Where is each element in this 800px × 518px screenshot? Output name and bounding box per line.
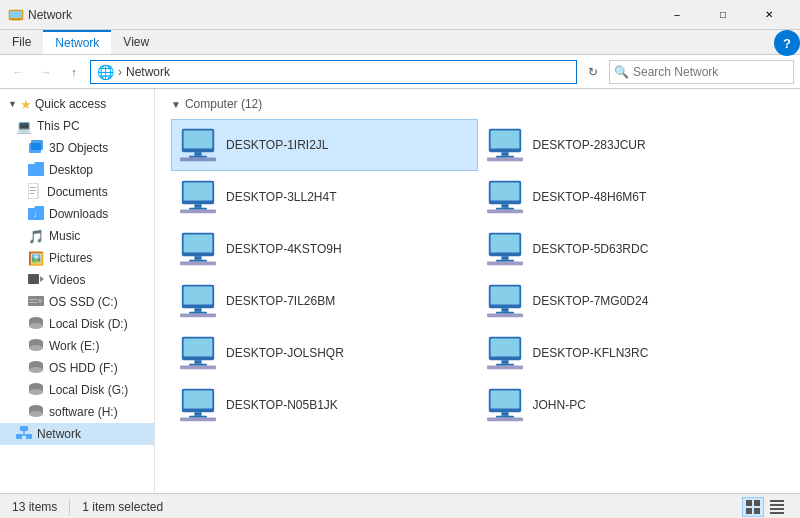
tab-network[interactable]: Network bbox=[43, 30, 111, 54]
search-input[interactable] bbox=[633, 65, 789, 79]
maximize-button[interactable]: □ bbox=[700, 0, 746, 30]
sidebar-item-software-h[interactable]: software (H:) bbox=[0, 401, 154, 423]
minimize-button[interactable]: – bbox=[654, 0, 700, 30]
ribbon: File Network View ? bbox=[0, 30, 800, 55]
computer-label: DESKTOP-5D63RDC bbox=[533, 242, 649, 256]
section-header: ▼ Computer (12) bbox=[171, 97, 784, 111]
computers-grid: DESKTOP-1IRI2JL DESKTOP-283JCUR bbox=[171, 119, 784, 431]
svg-rect-73 bbox=[501, 308, 508, 312]
sidebar-item-downloads[interactable]: ↓ Downloads bbox=[0, 203, 154, 225]
sidebar-item-network[interactable]: Network bbox=[0, 423, 154, 445]
sidebar-item-music[interactable]: 🎵 Music bbox=[0, 225, 154, 247]
computer-icon bbox=[487, 387, 523, 423]
svg-rect-83 bbox=[501, 360, 508, 364]
documents-label: Documents bbox=[47, 185, 108, 199]
section-chevron: ▼ bbox=[171, 99, 181, 110]
selected-count: 1 item selected bbox=[82, 500, 163, 514]
svg-rect-1 bbox=[10, 11, 22, 18]
svg-rect-96 bbox=[746, 500, 752, 506]
svg-point-21 bbox=[29, 345, 43, 351]
documents-icon bbox=[28, 183, 42, 202]
computer-label: DESKTOP-283JCUR bbox=[533, 138, 646, 152]
svg-rect-6 bbox=[30, 187, 36, 188]
details-view-button[interactable] bbox=[766, 497, 788, 517]
sidebar-item-work-e[interactable]: Work (E:) bbox=[0, 335, 154, 357]
svg-rect-65 bbox=[487, 262, 523, 266]
local-disk-d-label: Local Disk (D:) bbox=[49, 317, 128, 331]
svg-rect-58 bbox=[194, 256, 201, 260]
computer-icon bbox=[180, 283, 216, 319]
search-box: 🔍 bbox=[609, 60, 794, 84]
search-icon: 🔍 bbox=[614, 65, 629, 79]
svg-point-18 bbox=[29, 323, 43, 329]
tab-view[interactable]: View bbox=[111, 30, 161, 54]
sidebar-item-this-pc[interactable]: 💻 This PC bbox=[0, 115, 154, 137]
quick-access-chevron: ▼ bbox=[8, 99, 17, 109]
svg-rect-63 bbox=[501, 256, 508, 260]
computer-label: DESKTOP-4KSTO9H bbox=[226, 242, 342, 256]
sidebar-item-local-disk-g[interactable]: Local Disk (G:) bbox=[0, 379, 154, 401]
computer-item-desktop-jolshqr[interactable]: DESKTOP-JOLSHQR bbox=[171, 327, 478, 379]
computer-item-desktop-n05b1jk[interactable]: DESKTOP-N05B1JK bbox=[171, 379, 478, 431]
computer-label: JOHN-PC bbox=[533, 398, 586, 412]
computer-icon bbox=[487, 231, 523, 267]
up-button[interactable]: ↑ bbox=[62, 60, 86, 84]
sidebar-item-os-ssd[interactable]: OS SSD (C:) bbox=[0, 291, 154, 313]
sidebar-item-videos[interactable]: Videos bbox=[0, 269, 154, 291]
svg-rect-69 bbox=[189, 312, 207, 314]
path-separator: › bbox=[118, 65, 122, 79]
quick-access-header[interactable]: ▼ ★ Quick access bbox=[0, 93, 154, 115]
svg-rect-98 bbox=[746, 508, 752, 514]
sidebar-item-documents[interactable]: Documents bbox=[0, 181, 154, 203]
large-icons-button[interactable] bbox=[742, 497, 764, 517]
window-controls: – □ ✕ bbox=[654, 0, 792, 30]
svg-rect-14 bbox=[29, 299, 37, 300]
svg-rect-2 bbox=[11, 19, 21, 20]
computer-item-desktop-7mg0d24[interactable]: DESKTOP-7MG0D24 bbox=[478, 275, 785, 327]
computer-item-desktop-7il26bm[interactable]: DESKTOP-7IL26BM bbox=[171, 275, 478, 327]
os-hdd-f-icon bbox=[28, 360, 44, 377]
back-button[interactable]: ← bbox=[6, 60, 30, 84]
sidebar-item-3d-objects[interactable]: 3D Objects bbox=[0, 137, 154, 159]
computer-item-desktop-5d63rdc[interactable]: DESKTOP-5D63RDC bbox=[478, 223, 785, 275]
computer-item-desktop-48h6m6t[interactable]: DESKTOP-48H6M6T bbox=[478, 171, 785, 223]
help-button[interactable]: ? bbox=[774, 30, 800, 56]
tab-file[interactable]: File bbox=[0, 30, 43, 54]
videos-label: Videos bbox=[49, 273, 85, 287]
downloads-label: Downloads bbox=[49, 207, 108, 221]
svg-rect-94 bbox=[496, 416, 514, 418]
svg-rect-74 bbox=[496, 312, 514, 314]
computer-item-desktop-3ll2h4t[interactable]: DESKTOP-3LL2H4T bbox=[171, 171, 478, 223]
svg-rect-64 bbox=[496, 260, 514, 262]
music-icon: 🎵 bbox=[28, 229, 44, 244]
refresh-button[interactable]: ↻ bbox=[581, 60, 605, 84]
computer-item-desktop-kfln3rc[interactable]: DESKTOP-KFLN3RC bbox=[478, 327, 785, 379]
svg-rect-99 bbox=[754, 508, 760, 514]
computer-item-desktop-1iri2jl[interactable]: DESKTOP-1IRI2JL bbox=[171, 119, 478, 171]
local-disk-g-label: Local Disk (G:) bbox=[49, 383, 128, 397]
path-icon: 🌐 bbox=[97, 64, 114, 80]
svg-rect-97 bbox=[754, 500, 760, 506]
svg-rect-45 bbox=[487, 158, 523, 162]
computer-icon bbox=[180, 231, 216, 267]
this-pc-icon: 💻 bbox=[16, 119, 32, 134]
svg-rect-67 bbox=[184, 287, 213, 305]
svg-rect-49 bbox=[189, 208, 207, 210]
close-button[interactable]: ✕ bbox=[746, 0, 792, 30]
sidebar-item-os-hdd-f[interactable]: OS HDD (F:) bbox=[0, 357, 154, 379]
forward-button[interactable]: → bbox=[34, 60, 58, 84]
svg-rect-82 bbox=[490, 339, 519, 357]
address-bar: ← → ↑ 🌐 › Network ↻ 🔍 bbox=[0, 55, 800, 89]
window-icon bbox=[8, 7, 24, 23]
sidebar-item-desktop[interactable]: Desktop bbox=[0, 159, 154, 181]
svg-rect-40 bbox=[180, 158, 216, 162]
sidebar-item-local-disk-d[interactable]: Local Disk (D:) bbox=[0, 313, 154, 335]
svg-rect-78 bbox=[194, 360, 201, 364]
computer-label: DESKTOP-N05B1JK bbox=[226, 398, 338, 412]
sidebar-item-pictures[interactable]: 🖼️ Pictures bbox=[0, 247, 154, 269]
computer-item-desktop-4ksto9h[interactable]: DESKTOP-4KSTO9H bbox=[171, 223, 478, 275]
computer-item-john-pc[interactable]: JOHN-PC bbox=[478, 379, 785, 431]
os-hdd-f-label: OS HDD (F:) bbox=[49, 361, 118, 375]
computer-item-desktop-283jcur[interactable]: DESKTOP-283JCUR bbox=[478, 119, 785, 171]
music-label: Music bbox=[49, 229, 80, 243]
